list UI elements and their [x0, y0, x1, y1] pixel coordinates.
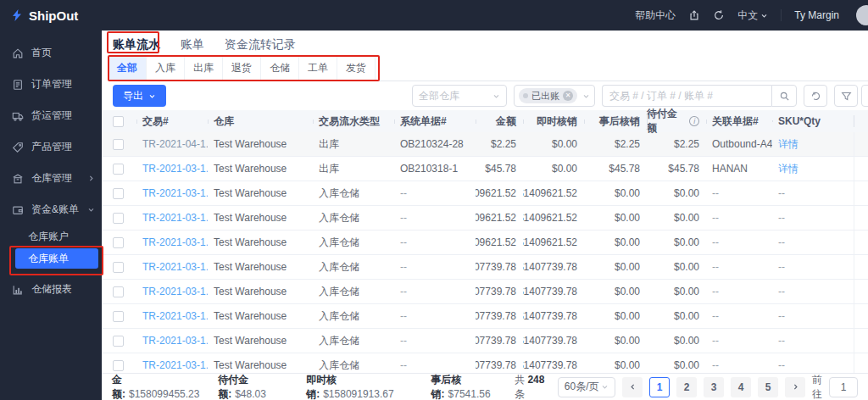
table-row[interactable]: TR-2021-03-1... Test Warehouse 入库仓储 -- $…	[102, 231, 868, 255]
sidebar-item-products[interactable]: 产品管理	[0, 131, 102, 163]
select-all-checkbox[interactable]	[113, 116, 124, 127]
sidebar-item-warehouse-account[interactable]: 仓库账户	[0, 225, 102, 247]
warehouse-cell: Test Warehouse	[208, 359, 313, 371]
export-button[interactable]: 导出	[113, 85, 166, 107]
subtab-outbound[interactable]: 出库	[185, 56, 223, 81]
chevron-left-icon	[629, 383, 637, 391]
filter-button[interactable]	[834, 85, 858, 107]
txn-link[interactable]: TR-2021-03-1...	[142, 286, 208, 297]
table-row[interactable]: TR-2021-04-1... Test Warehouse 出库 OB2103…	[102, 132, 868, 157]
search-button[interactable]	[771, 85, 797, 107]
language-switcher[interactable]: 中文	[737, 8, 768, 23]
sidebar-item-warehouse[interactable]: 仓库管理	[0, 163, 102, 194]
reset-button[interactable]	[804, 85, 827, 107]
table-row[interactable]: TR-2021-03-1... Test Warehouse 入库仓储 -- $…	[102, 181, 868, 206]
txn-link[interactable]: TR-2021-03-1...	[142, 236, 208, 248]
sidebar-item-freight[interactable]: 货运管理	[0, 100, 102, 131]
user-name[interactable]: Ty Margin	[794, 9, 839, 21]
txn-link[interactable]: TR-2021-03-1...	[142, 261, 208, 273]
close-icon[interactable]: ✕	[563, 91, 573, 101]
column-header-sku[interactable]: SKU*Qty	[772, 115, 854, 127]
txn-link[interactable]: TR-2021-03-1...	[142, 335, 208, 347]
help-center-link[interactable]: 帮助中心	[635, 8, 676, 23]
row-checkbox[interactable]	[113, 262, 124, 273]
refresh-icon[interactable]	[713, 9, 725, 21]
row-checkbox[interactable]	[113, 311, 124, 322]
row-checkbox[interactable]	[113, 213, 124, 224]
sidebar-item-label: 仓储报表	[31, 282, 72, 297]
column-header-instant[interactable]: 即时核销	[523, 114, 584, 129]
row-checkbox[interactable]	[113, 164, 124, 175]
row-checkbox[interactable]	[113, 237, 124, 248]
search-group	[602, 85, 797, 107]
txn-link[interactable]: TR-2021-03-1...	[142, 163, 208, 175]
tab-fund-records[interactable]: 资金流转记录	[225, 37, 296, 53]
table-row[interactable]: TR-2021-03-1... Test Warehouse 入库仓储 -- $…	[102, 206, 868, 231]
export-label: 导出	[123, 89, 143, 103]
subtab-returns[interactable]: 退货	[223, 56, 261, 81]
subtab-storage[interactable]: 仓储	[261, 56, 299, 81]
sidebar-item-orders[interactable]: 订单管理	[0, 69, 102, 100]
tab-bill-flow[interactable]: 账单流水	[113, 37, 160, 53]
txn-link[interactable]: TR-2021-04-1...	[142, 138, 208, 150]
table-row[interactable]: TR-2021-03-1... Test Warehouse 入库仓储 -- $…	[102, 255, 868, 280]
page-button-2[interactable]: 2	[676, 377, 697, 397]
txn-link[interactable]: TR-2021-03-1...	[142, 310, 208, 322]
unpaid-cell: $0.00	[647, 187, 706, 199]
row-checkbox[interactable]	[113, 336, 124, 347]
txn-link[interactable]: TR-2021-03-1...	[142, 359, 208, 371]
search-input[interactable]	[602, 85, 771, 107]
page-button-1[interactable]: 1	[649, 377, 670, 397]
column-header-warehouse[interactable]: 仓库	[208, 114, 313, 129]
table-row[interactable]: TR-2021-03-1... Test Warehouse 出库 OB2103…	[102, 157, 868, 181]
row-checkbox[interactable]	[113, 286, 124, 297]
unpaid-cell: $0.00	[647, 236, 706, 248]
txn-link[interactable]: TR-2021-03-1...	[142, 187, 208, 199]
txn-link[interactable]: TR-2021-03-1...	[142, 212, 208, 224]
column-header-related[interactable]: 关联单据#	[706, 114, 772, 129]
sidebar-item-home[interactable]: 首页	[0, 37, 102, 69]
page-button-5[interactable]: 5	[758, 377, 778, 397]
doc-cell: --	[394, 335, 476, 347]
bill-status-select[interactable]: 已出账 ✕	[514, 85, 595, 107]
goto-page-input[interactable]	[829, 377, 858, 397]
warehouse-filter-select[interactable]: 全部仓库	[412, 85, 507, 107]
sidebar-item-warehouse-bill[interactable]: 仓库账单	[15, 248, 98, 269]
column-settings-button[interactable]	[861, 85, 868, 107]
subtab-workorder[interactable]: 工单	[299, 56, 337, 81]
column-header-unpaid[interactable]: 待付金额i	[647, 107, 706, 136]
column-header-doc[interactable]: 系统单据#	[394, 114, 476, 129]
sidebar-item-label: 资金&账单	[31, 203, 79, 217]
amount-cell: $2.25	[476, 138, 523, 150]
info-icon[interactable]: i	[689, 116, 699, 126]
row-checkbox[interactable]	[113, 360, 124, 371]
row-checkbox[interactable]	[113, 139, 124, 150]
sidebar-item-billing[interactable]: 资金&账单	[0, 194, 102, 225]
type-cell: 入库仓储	[313, 236, 394, 250]
type-cell: 入库仓储	[313, 260, 394, 275]
page-button-3[interactable]: 3	[704, 377, 724, 397]
row-checkbox[interactable]	[113, 188, 124, 199]
column-header-type[interactable]: 交易流水类型	[313, 114, 394, 129]
share-icon[interactable]	[688, 9, 700, 21]
page-size-select[interactable]: 60条/页	[558, 377, 615, 397]
page-button-4[interactable]: 4	[731, 377, 751, 397]
subtab-shipping[interactable]: 发货	[337, 56, 376, 81]
column-header-after[interactable]: 事后核销	[584, 114, 647, 129]
table-row[interactable]: TR-2021-03-1... Test Warehouse 入库仓储 -- $…	[102, 329, 868, 353]
table-row[interactable]: TR-2021-03-1... Test Warehouse 入库仓储 -- $…	[102, 280, 868, 304]
warehouse-cell: Test Warehouse	[208, 163, 313, 175]
tab-bills[interactable]: 账单	[181, 37, 204, 53]
subtab-inbound[interactable]: 入库	[147, 56, 185, 81]
prev-page-button[interactable]	[622, 377, 643, 397]
table-row[interactable]: TR-2021-03-1... Test Warehouse 入库仓储 -- $…	[102, 304, 868, 329]
doc-cell: --	[394, 310, 476, 322]
subtab-all[interactable]: 全部	[108, 56, 147, 81]
sidebar-item-reports[interactable]: 仓储报表	[0, 274, 102, 305]
column-header-txn[interactable]: 交易#	[136, 114, 208, 129]
type-cell: 入库仓储	[313, 309, 394, 324]
unpaid-cell: $0.00	[647, 359, 706, 371]
next-page-button[interactable]	[785, 377, 805, 397]
column-header-amount[interactable]: 金额	[476, 114, 523, 129]
chevron-right-icon	[87, 175, 95, 182]
